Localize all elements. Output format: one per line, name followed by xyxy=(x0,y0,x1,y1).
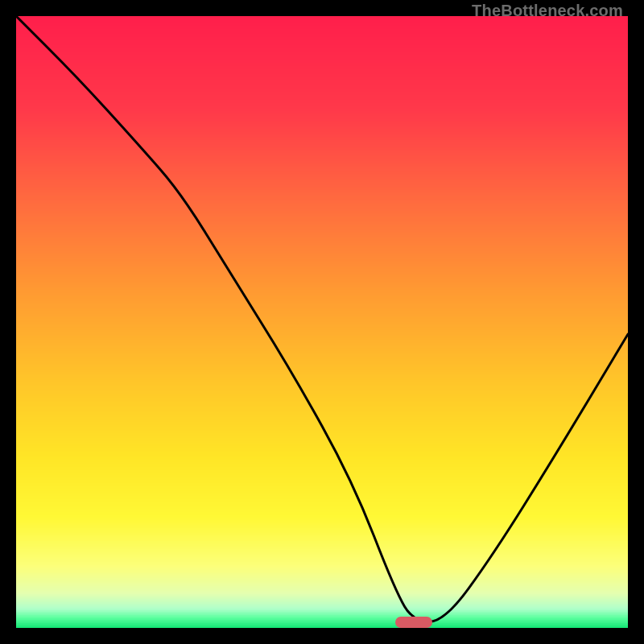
chart-frame: TheBottleneck.com xyxy=(0,0,644,644)
plot-area xyxy=(16,16,628,628)
watermark-text: TheBottleneck.com xyxy=(472,2,623,20)
bottleneck-curve xyxy=(16,16,628,621)
optimal-marker xyxy=(395,617,432,628)
curve-layer xyxy=(16,16,628,628)
